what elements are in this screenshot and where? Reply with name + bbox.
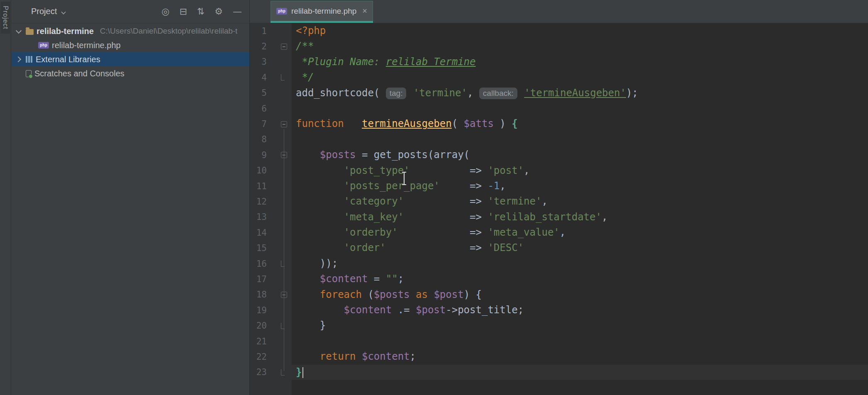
tree-item-path: C:\Users\Daniel\Desktop\relilab\relilab-… (100, 27, 238, 36)
line-number: 18 (250, 290, 281, 300)
fold-column (281, 163, 292, 178)
code-line[interactable]: */ (292, 70, 868, 85)
code-token (407, 87, 413, 99)
code-token: , (524, 165, 529, 176)
code-token: , (500, 180, 505, 192)
code-token: ; (398, 273, 404, 285)
code-line[interactable] (292, 380, 868, 395)
code-line[interactable]: function termineAusgeben( $atts ) { (292, 116, 868, 132)
line-number: 14 (250, 228, 281, 238)
code-line[interactable]: 'post_type' => 'post', (292, 163, 868, 178)
code-token: 'posts_per_page' (344, 180, 440, 192)
code-token: => (410, 165, 488, 176)
code-line[interactable]: $content .= $post->post_title; (292, 302, 868, 318)
editor-tab-relilab-termine-php[interactable]: php relilab-termine.php × (271, 1, 373, 23)
gutter-cell: 4 (250, 70, 292, 85)
editor-line: 20 } (250, 318, 868, 333)
code-line[interactable] (292, 101, 868, 116)
fold-column (281, 210, 292, 225)
code-line[interactable]: )); (292, 256, 868, 271)
gutter-cell: 21 (250, 334, 292, 349)
fold-column (281, 23, 292, 39)
code-token: = (368, 273, 385, 285)
close-icon[interactable]: × (362, 6, 367, 16)
code-line[interactable]: $posts = get_posts(array( (292, 147, 868, 163)
gutter-cell: 20 (250, 318, 292, 333)
code-line[interactable]: 'order' => 'DESC' (292, 240, 868, 256)
code-line[interactable]: 'orderby' => 'meta_value', (292, 225, 868, 240)
code-token: callback: (479, 88, 517, 99)
code-line[interactable]: } (292, 318, 868, 333)
code-line[interactable]: add_shortcode( tag: 'termine', callback:… (292, 85, 868, 101)
code-line[interactable]: return $content; (292, 349, 868, 364)
code-token: .= (392, 304, 416, 316)
fold-column (281, 225, 292, 240)
code-line[interactable]: 'posts_per_page' => -1, (292, 178, 868, 194)
expand-collapse-icon[interactable]: ⇅ (197, 7, 205, 16)
line-number: 22 (250, 352, 281, 362)
code-line[interactable] (292, 334, 868, 349)
settings-icon[interactable]: ⚙ (215, 7, 223, 16)
code-token: function (296, 118, 344, 129)
code-line[interactable]: <?php (292, 23, 868, 39)
gutter-cell: 23 (250, 365, 292, 380)
fold-collapse-icon[interactable]: − (281, 121, 287, 127)
tree-item-external-libraries[interactable]: External Libraries (11, 52, 249, 66)
code-line[interactable]: 'category' => 'termine', (292, 194, 868, 209)
code-token: => (404, 211, 488, 223)
gutter-cell: 11 (250, 178, 292, 194)
editor-line: 3 *Plugin Name: relilab Termine (250, 54, 868, 70)
code-line[interactable]: 'meta_key' => 'relilab_startdate', (292, 210, 868, 225)
line-number: 16 (250, 259, 281, 269)
code-token: $posts (374, 289, 410, 300)
fold-column (281, 101, 292, 116)
code-line[interactable]: } (292, 365, 868, 380)
code-line[interactable] (292, 132, 868, 147)
stripe-project-button[interactable]: Project (0, 2, 10, 34)
code-token (296, 242, 344, 254)
editor-line: 9− $posts = get_posts(array( (250, 147, 868, 163)
collapse-all-icon[interactable]: ⊟ (179, 7, 187, 16)
editor-line: 12 'category' => 'termine', (250, 194, 868, 209)
line-number: 21 (250, 336, 281, 346)
editor-line: 16 )); (250, 256, 868, 271)
chevron-right-icon[interactable] (15, 55, 23, 63)
project-view-selector[interactable]: Project (31, 7, 66, 16)
editor-line: 5add_shortcode( tag: 'termine', callback… (250, 85, 868, 101)
fold-collapse-icon[interactable]: − (281, 44, 287, 50)
code-token: 'post' (488, 165, 524, 176)
code-token (410, 289, 416, 300)
code-token: */ (296, 71, 314, 83)
code-token: 'termine' (413, 87, 467, 99)
hide-panel-icon[interactable]: — (233, 7, 242, 16)
tree-item-relilab-termine-php[interactable]: phprelilab-termine.php (11, 38, 249, 52)
tree-item-relilab-termine[interactable]: relilab-termineC:\Users\Daniel\Desktop\r… (11, 24, 249, 38)
tree-item-scratches-and-consoles[interactable]: Scratches and Consoles (11, 66, 249, 80)
code-token (356, 351, 362, 362)
fold-column (281, 349, 292, 364)
project-panel-title: Project (31, 7, 57, 16)
code-token: <?php (296, 25, 326, 37)
fold-end-icon[interactable] (281, 74, 285, 80)
code-token: -1 (488, 180, 500, 192)
code-token: ->post_title; (446, 304, 524, 316)
code-token: return (320, 351, 356, 362)
line-number: 11 (250, 181, 281, 191)
code-token: termineAusgeben (362, 118, 452, 129)
code-line[interactable]: foreach ($posts as $post) { (292, 287, 868, 302)
editor-line: 21 (250, 334, 868, 349)
code-token: { (512, 118, 517, 129)
code-token: , (560, 227, 566, 238)
code-token: 'category' (344, 195, 404, 207)
code-token (296, 165, 344, 176)
code-line[interactable]: /** (292, 39, 868, 54)
code-line[interactable]: $content = ""; (292, 271, 868, 287)
line-number: 23 (250, 367, 281, 377)
code-token: $content (320, 273, 368, 285)
editor-line: 14 'orderby' => 'meta_value', (250, 225, 868, 240)
chevron-down-icon[interactable] (15, 27, 23, 35)
locate-icon[interactable]: ◎ (161, 7, 169, 16)
code-line[interactable]: *Plugin Name: relilab Termine (292, 54, 868, 70)
project-panel-header: Project ◎⊟⇅⚙— (11, 0, 249, 23)
code-token: ; (410, 351, 416, 362)
